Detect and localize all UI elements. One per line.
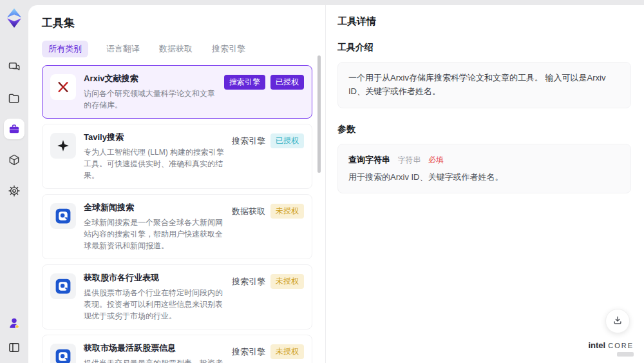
tool-status-badge: 已授权 [270,75,304,90]
tool-description: 全球新闻搜索是一个聚合全球各大新闻网站内容的搜索引擎，帮助用户快速获取全球最新资… [84,217,227,251]
tool-title: Tavily搜索 [84,132,227,143]
tool-category: 数据获取 [232,206,265,217]
tool-intro-box: 一个用于从Arxiv存储库搜索科学论文和文章的工具。 输入可以是Arxiv ID… [337,62,631,108]
param-type: 字符串 [397,155,421,164]
tab-2[interactable]: 数据获取 [158,41,194,57]
folder-icon[interactable] [4,88,24,108]
param-description: 用于搜索的Arxiv ID、关键字或作者姓名。 [348,171,620,184]
star-icon [56,139,70,153]
detail-title: 工具详情 [337,15,631,28]
tool-card-0[interactable]: Arxiv文献搜索 访问各个研究领域大量科学论文和文章的存储库。 搜索引擎 已授… [42,65,312,119]
download-button[interactable] [605,309,630,333]
params-heading: 参数 [337,124,631,135]
chat-icon[interactable] [4,57,24,77]
tab-1[interactable]: 语言翻译 [105,41,141,57]
param-name: 查询字符串 [348,155,390,164]
tool-status-badge: 未授权 [270,204,304,219]
main-window: 工具集 所有类别语言翻译数据获取搜索引擎 Arxiv文献搜索 访问各个研究领域大… [28,5,644,363]
intro-heading: 工具介绍 [337,42,631,54]
tool-category: 搜索引擎 [224,75,265,90]
tool-card-3[interactable]: 获取股市各行业表现 提供股票市场各个行业在特定时间段内的表现。投资者可以利用这些… [42,264,312,329]
core-wordmark: CORE [608,342,634,349]
news-icon [50,344,76,363]
user-avatar[interactable] [5,314,23,332]
news-search-icon [55,208,71,224]
arxiv-icon [56,80,70,94]
tool-card-1[interactable]: Tavily搜索 专为人工智能代理 (LLM) 构建的搜索引擎工具。可快速提供实… [42,124,312,189]
tool-title: 获取市场最活跃股票信息 [84,342,227,354]
tool-title: Arxiv文献搜索 [84,73,219,84]
tool-description: 专为人工智能代理 (LLM) 构建的搜索引擎工具。可快速提供实时、准确和真实的结… [84,146,227,181]
tab-3[interactable]: 搜索引擎 [211,41,247,57]
sidebar-bottom [5,314,23,357]
intel-core-logo: intel CORE [588,340,634,357]
tool-category: 搜索引擎 [232,135,265,147]
tool-status-badge: 未授权 [270,344,304,359]
news-search-icon [55,348,71,363]
tool-description: 提供股票市场各个行业在特定时间段内的表现。投资者可以利用这些信息来识别表现优于或… [84,287,227,322]
tab-0[interactable]: 所有类别 [42,41,88,57]
news-search-icon [55,278,71,295]
tool-category: 搜索引擎 [232,346,265,358]
category-tabs: 所有类别语言翻译数据获取搜索引擎 [42,41,325,57]
app-logo[interactable] [5,8,23,28]
page-title: 工具集 [42,15,325,30]
tool-title: 获取股市各行业表现 [84,272,227,284]
collapse-panel-icon[interactable] [5,338,23,357]
tool-list: Arxiv文献搜索 访问各个研究领域大量科学论文和文章的存储库。 搜索引擎 已授… [42,65,312,363]
tool-intro-text: 一个用于从Arxiv存储库搜索科学论文和文章的工具。 输入可以是Arxiv ID… [348,72,620,99]
toolbox-icon[interactable] [4,119,24,139]
settings-icon[interactable] [4,181,24,201]
cube-icon[interactable] [4,150,24,170]
tool-description: 提供当天交易量最高的股票列表，投资者可以利用这些信息来识别流动性强的股票和潜在的… [84,357,227,363]
tool-title: 全球新闻搜索 [84,202,227,213]
tool-detail-panel: 工具详情 工具介绍 一个用于从Arxiv存储库搜索科学论文和文章的工具。 输入可… [325,5,644,363]
ultra-badge [617,352,634,357]
tool-category: 搜索引擎 [232,276,265,288]
news-icon [50,203,76,229]
param-box: 查询字符串 字符串 必填 用于搜索的Arxiv ID、关键字或作者姓名。 [337,144,631,194]
tool-list-panel: 工具集 所有类别语言翻译数据获取搜索引擎 Arxiv文献搜索 访问各个研究领域大… [28,5,325,363]
intel-wordmark: intel [588,340,605,350]
nav-rail [4,57,24,201]
tool-card-2[interactable]: 全球新闻搜索 全球新闻搜索是一个聚合全球各大新闻网站内容的搜索引擎，帮助用户快速… [42,194,312,259]
scrollbar-thumb[interactable] [317,55,321,173]
param-required-badge: 必填 [428,155,444,164]
tool-status-badge: 未授权 [270,274,304,289]
star-icon [50,133,76,159]
arxiv-icon [50,74,76,100]
sidebar [0,0,28,363]
download-icon [612,315,623,328]
tool-status-badge: 已授权 [270,133,304,148]
app-window: 工具集 所有类别语言翻译数据获取搜索引擎 Arxiv文献搜索 访问各个研究领域大… [0,0,644,363]
news-icon [50,273,76,299]
scrollbar-track [317,55,321,352]
param-header: 查询字符串 字符串 必填 [348,153,620,166]
tool-card-4[interactable]: 获取市场最活跃股票信息 提供当天交易量最高的股票列表，投资者可以利用这些信息来识… [42,335,312,363]
tool-description: 访问各个研究领域大量科学论文和文章的存储库。 [84,88,219,111]
